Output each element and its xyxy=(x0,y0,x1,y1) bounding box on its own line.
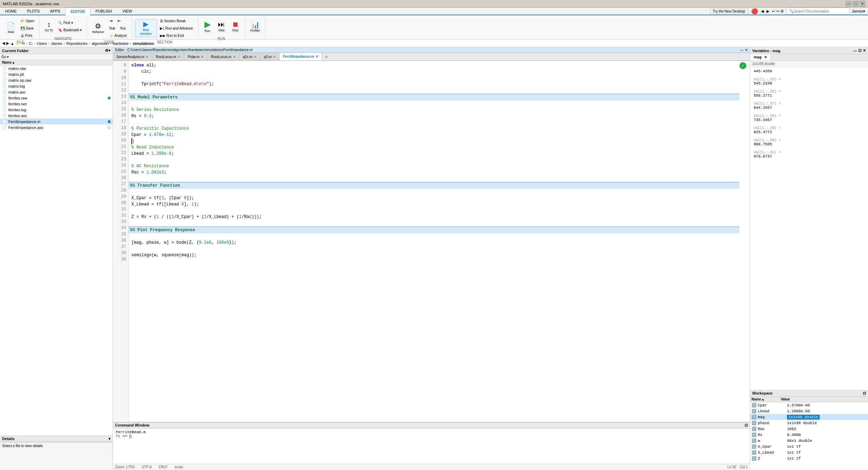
list-item[interactable]: 📄 ferrites.asc xyxy=(0,113,113,119)
save-button[interactable]: 💾 Save xyxy=(18,25,36,32)
tab-home[interactable]: HOME xyxy=(0,7,22,15)
nav-up-icon[interactable]: ▲ xyxy=(10,41,14,46)
minimize-button[interactable]: — xyxy=(846,1,851,7)
nav-back-button[interactable]: ◀ xyxy=(761,9,764,14)
list-item[interactable]: 📄 ferrites.raw xyxy=(0,95,113,101)
tab-editor[interactable]: EDITOR xyxy=(65,8,90,15)
vars-close-icon[interactable]: ✕ xyxy=(863,48,866,53)
code-line-30: X_Lbead = tf([Lbead 0], 1); xyxy=(131,201,737,208)
step-button[interactable]: ⏭ Step xyxy=(215,17,228,35)
list-item[interactable]: 📄 matrix.raw xyxy=(0,65,113,71)
var-tab-close[interactable]: ✕ xyxy=(764,55,767,59)
tab-q2c[interactable]: q2c.m ✕ xyxy=(240,53,260,60)
close-button[interactable]: ✕ xyxy=(860,1,865,7)
editor-close-icon[interactable]: ✕ xyxy=(745,48,748,52)
indent-button[interactable]: ⇥ xyxy=(107,17,115,24)
list-item[interactable]: 📄 matrix.op.raw xyxy=(0,77,113,83)
tab-close-ferriteimpedance[interactable]: ✕ xyxy=(316,55,318,58)
search-documentation-input[interactable] xyxy=(794,9,846,13)
var-tab-mag[interactable]: mag ✕ xyxy=(750,54,771,60)
new-button[interactable]: 📄 New xyxy=(4,19,18,37)
vars-expand-icon[interactable]: ⊡ xyxy=(858,48,861,53)
cmd-expand-icon[interactable]: ⊡ xyxy=(745,423,748,428)
search-documentation-box[interactable]: 🔍 xyxy=(787,8,849,15)
ws-row-xlbead[interactable]: 🔢 X_Lbead 1x1 tf xyxy=(750,449,868,455)
path-c[interactable]: C: xyxy=(29,41,33,46)
folder-go-button[interactable]: Go ▾ xyxy=(1,55,9,59)
list-item[interactable]: 📄 ferrites.net xyxy=(0,101,113,107)
tab-polar[interactable]: Polar.m ✕ xyxy=(184,53,208,60)
tab-close-sensoranalysis[interactable]: ✕ xyxy=(146,55,148,59)
run-and-advance-button[interactable]: ▶⤵ Run and Advance xyxy=(158,25,195,32)
comment-button[interactable]: %⊕ xyxy=(107,25,117,32)
run-end-icon: ▶▶ xyxy=(160,34,165,38)
list-item[interactable]: 📄 matrix.log xyxy=(0,83,113,89)
ws-row-cpar[interactable]: 🔢 Cpar 1.6780e-06 xyxy=(750,402,868,408)
section-break-button[interactable]: ☰ Section Break xyxy=(158,17,195,24)
path-james[interactable]: James xyxy=(51,41,62,46)
tab-close-q3[interactable]: ✕ xyxy=(273,55,276,59)
unindent-button[interactable]: ⇤ xyxy=(115,17,123,24)
list-item[interactable]: 📄 matrix.plt xyxy=(0,71,113,77)
path-repositories[interactable]: Repositories xyxy=(66,41,88,46)
list-item[interactable]: 📄 matrix.asc xyxy=(0,89,113,95)
tab-publish[interactable]: PUBLISH xyxy=(90,7,117,15)
maximize-button[interactable]: □ xyxy=(853,1,858,7)
ws-row-rs[interactable]: 🔢 Rs 0.3000 xyxy=(750,432,868,438)
editor-minimize-icon[interactable]: — xyxy=(740,48,744,52)
code-editor[interactable]: close all; clc; fprintf("FerriteBead.m\n… xyxy=(129,61,739,422)
tab-q3[interactable]: q3.m ✕ xyxy=(260,53,279,60)
add-tab-button[interactable]: + xyxy=(322,53,331,60)
ws-row-lbead[interactable]: 🔢 Lbead 1.2080e-06 xyxy=(750,408,868,414)
list-item-ferriteimpedance-asv[interactable]: 📄 FerritImpedance.asv xyxy=(0,124,113,130)
command-window-body[interactable]: FerriteBead.m fx >> | xyxy=(113,429,750,464)
analyze-button[interactable]: ⚡ Analyze xyxy=(107,32,129,39)
tab-sensoranalysis[interactable]: SensorAnalysis.m ✕ xyxy=(113,53,152,60)
nav-back-icon[interactable]: ◀ xyxy=(2,41,5,46)
tab-close-polar[interactable]: ✕ xyxy=(201,55,204,59)
run-section-button[interactable]: ▶ Run Section xyxy=(135,19,157,37)
refactor-button[interactable]: ⚙ Refactor xyxy=(90,19,106,37)
stop-button[interactable]: ⏹ Stop xyxy=(229,17,242,35)
find-button[interactable]: 🔍 Find ▾ xyxy=(56,19,84,26)
vars-minimize-icon[interactable]: — xyxy=(853,49,857,53)
nav-forward-button[interactable]: ▶ xyxy=(766,9,769,14)
tab-ferriteimpedance[interactable]: FerritImpedance.m ✕ xyxy=(279,53,322,60)
list-item-ferriteimpedance-m[interactable]: 📄 FerritImpedance.m xyxy=(0,119,113,124)
uncomment-button[interactable]: %⊖ xyxy=(118,25,128,32)
nav-browse-icon[interactable]: 📁 xyxy=(16,41,21,46)
tab-apps[interactable]: APPS xyxy=(45,7,65,15)
profiler-button[interactable]: 📊 Profiler xyxy=(248,18,263,36)
path-simulations[interactable]: simulations xyxy=(133,41,154,46)
ws-row-z[interactable]: 🔢 Z 1x1 tf xyxy=(750,455,868,461)
tab-rootlocus[interactable]: RootLocus.m ✕ xyxy=(152,53,184,60)
ws-row-phase[interactable]: 🔢 phase 1x1x98 double xyxy=(750,420,868,426)
nav-forward-icon[interactable]: ▶ xyxy=(6,41,9,46)
tab-close-rootlocus[interactable]: ✕ xyxy=(178,55,180,59)
bookmark-button[interactable]: 🔖 Bookmark ▾ xyxy=(56,27,84,34)
user-menu[interactable]: James▾ xyxy=(852,9,865,14)
tab-close-rootlocus2[interactable]: ✕ xyxy=(233,55,236,59)
details-expand-icon[interactable]: ▾ xyxy=(108,437,111,441)
ws-row-rac[interactable]: 🔢 Rac 1082 xyxy=(750,426,868,432)
path-users[interactable]: Users xyxy=(37,41,47,46)
goto-button[interactable]: ↕ Go To xyxy=(42,17,55,35)
ws-row-xcpar[interactable]: 🔢 X_Cpar 1x1 tf xyxy=(750,444,868,449)
run-to-end-button[interactable]: ▶▶ Run to End xyxy=(158,32,195,39)
ws-row-mag[interactable]: 🔢 mag 1x1x98 double xyxy=(750,414,868,420)
list-item[interactable]: 📄 ferrites.log xyxy=(0,107,113,113)
tab-rootlocus2[interactable]: RootLocus.m ✕ xyxy=(208,53,240,60)
workspace-expand-icon[interactable]: ⊡ xyxy=(863,391,866,396)
path-algovision[interactable]: algovision xyxy=(92,41,109,46)
ws-row-w[interactable]: 🔢 w 98x1 double xyxy=(750,438,868,444)
try-new-desktop-button[interactable]: Try the New Desktop xyxy=(710,8,748,14)
print-button[interactable]: 🖨 Print xyxy=(18,32,36,39)
open-button[interactable]: 📂 Open xyxy=(18,17,36,24)
run-button[interactable]: ▶ Run xyxy=(201,17,214,35)
folder-settings-icon[interactable]: ⚙▾ xyxy=(105,48,111,53)
tab-close-q2c[interactable]: ✕ xyxy=(254,55,257,59)
cmd-cursor[interactable]: | xyxy=(130,434,132,438)
tab-view[interactable]: VIEW xyxy=(117,7,137,15)
path-hardware[interactable]: hardware xyxy=(113,41,129,46)
tab-plots[interactable]: PLOTS xyxy=(22,7,45,15)
